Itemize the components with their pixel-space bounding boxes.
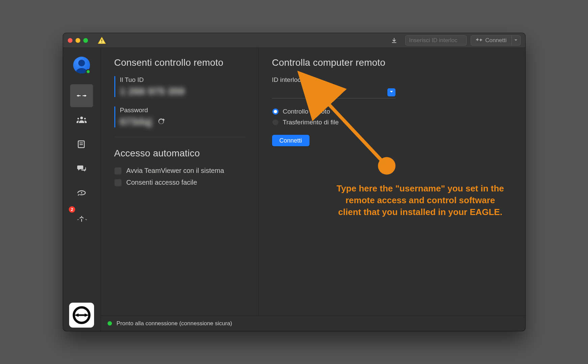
checkbox-icon: [114, 179, 122, 186]
download-icon[interactable]: [390, 37, 398, 44]
checkbox-start-with-system-label: Avvia TeamViewer con il sistema: [126, 167, 224, 175]
titlebar-partner-id-input[interactable]: [405, 35, 467, 46]
titlebar-connect-menu[interactable]: [511, 36, 520, 45]
svg-point-3: [80, 117, 83, 119]
app-window: Connetti: [63, 33, 525, 331]
control-remote-pane: Controlla computer remoto ID interlocuto…: [259, 48, 525, 315]
password-value[interactable]: 673dqj: [120, 116, 152, 127]
your-id-value[interactable]: 1 266 975 359: [120, 86, 245, 97]
svg-point-4: [78, 118, 79, 120]
checkbox-icon: [114, 167, 122, 175]
radio-off-icon: [272, 119, 279, 126]
svg-rect-0: [101, 39, 102, 41]
svg-rect-7: [80, 143, 83, 143]
sidebar-chat[interactable]: [70, 157, 93, 180]
window-zoom-button[interactable]: [83, 38, 88, 43]
your-id-block: Il Tuo ID 1 266 975 359: [114, 76, 245, 97]
radio-remote-control[interactable]: Controllo remoto: [272, 108, 512, 115]
checkbox-start-with-system[interactable]: Avvia TeamViewer con il sistema: [114, 167, 245, 175]
traffic-lights: [68, 38, 88, 43]
allow-remote-heading: Consenti controllo remoto: [114, 57, 245, 68]
titlebar: Connetti: [63, 33, 525, 48]
window-close-button[interactable]: [68, 38, 72, 43]
notification-badge: 2: [69, 206, 75, 213]
status-dot-icon: [108, 321, 112, 326]
sidebar-ar[interactable]: [70, 181, 93, 204]
swap-icon: [476, 37, 482, 44]
refresh-icon: [157, 118, 165, 125]
allow-remote-pane: Consenti controllo remoto Il Tuo ID 1 26…: [101, 48, 259, 315]
titlebar-connect-label: Connetti: [485, 37, 506, 44]
partner-id-label: ID interlocutore: [272, 76, 512, 84]
svg-point-9: [81, 192, 82, 193]
sidebar-meeting[interactable]: [70, 109, 93, 131]
svg-rect-1: [101, 42, 102, 42]
svg-point-5: [84, 118, 86, 120]
divider: [114, 137, 245, 137]
your-id-label: Il Tuo ID: [120, 76, 245, 84]
sidebar-getting-started[interactable]: 2: [70, 208, 93, 231]
radio-remote-control-label: Controllo remoto: [283, 108, 330, 115]
auto-access-heading: Accesso automatico: [114, 148, 245, 159]
warning-icon[interactable]: [97, 36, 106, 45]
chevron-down-icon: [389, 89, 394, 95]
titlebar-connect-button[interactable]: Connetti: [471, 35, 520, 46]
password-label: Password: [120, 107, 245, 114]
connect-button-label: Connetti: [280, 137, 302, 144]
password-block: Password 673dqj: [114, 107, 245, 127]
radio-on-icon: [272, 108, 279, 115]
partner-id-dropdown[interactable]: [387, 88, 395, 96]
control-remote-heading: Controlla computer remoto: [272, 57, 512, 68]
annotation-text: Type here the "username" you set in the …: [336, 183, 505, 218]
svg-point-2: [78, 60, 85, 66]
svg-point-13: [378, 157, 395, 175]
content-area: Consenti controllo remoto Il Tuo ID 1 26…: [101, 48, 525, 331]
sidebar-computers[interactable]: [70, 133, 93, 156]
status-bar: Pronto alla connessione (connessione sic…: [101, 315, 525, 331]
sidebar-account[interactable]: [73, 57, 90, 73]
status-dot-icon: [86, 69, 91, 74]
sidebar-logo[interactable]: [69, 303, 94, 328]
checkbox-easy-access[interactable]: Consenti accesso facile: [114, 179, 245, 186]
svg-rect-12: [78, 314, 85, 316]
partner-id-input[interactable]: [272, 87, 395, 98]
radio-file-transfer-label: Trasferimento di file: [283, 119, 339, 126]
chevron-down-icon: [514, 37, 518, 44]
refresh-password-button[interactable]: [157, 118, 165, 125]
checkbox-easy-access-label: Consenti accesso facile: [126, 179, 197, 186]
sidebar: 2: [63, 48, 101, 331]
window-minimize-button[interactable]: [76, 38, 80, 43]
status-text: Pronto alla connessione (connessione sic…: [117, 320, 232, 327]
svg-rect-8: [80, 144, 83, 145]
radio-file-transfer[interactable]: Trasferimento di file: [272, 119, 512, 126]
svg-point-10: [81, 216, 82, 217]
sidebar-remote-control[interactable]: [70, 84, 93, 107]
partner-id-field[interactable]: [272, 87, 395, 98]
connect-button[interactable]: Connetti: [272, 135, 310, 146]
